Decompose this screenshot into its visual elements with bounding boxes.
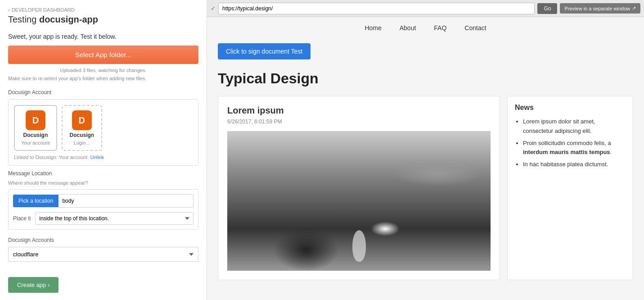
site-nav: Home About FAQ Contact bbox=[207, 17, 644, 39]
docusign-account-label: Docusign Account bbox=[8, 89, 198, 95]
select-folder-button[interactable]: Select App folder... bbox=[8, 45, 198, 64]
left-panel: ‹ DEVELOPER DASHBOARD Testing docusign-a… bbox=[0, 0, 207, 300]
message-location-sub: Where should the message appear? bbox=[8, 180, 198, 186]
account-icon-yours: D bbox=[26, 110, 45, 130]
nav-about[interactable]: About bbox=[400, 24, 416, 32]
docusign-accounts-select[interactable]: cloudflare docusign other bbox=[8, 247, 198, 262]
widget-title: News bbox=[515, 104, 626, 112]
location-row: Pick a location bbox=[13, 194, 194, 208]
nav-contact[interactable]: Contact bbox=[464, 24, 486, 32]
message-location-section: Message Location Where should the messag… bbox=[8, 170, 198, 230]
account-cards: D Docusign Your account D Docusign Login… bbox=[14, 105, 193, 151]
content-area: Lorem ipsum 6/26/2017, 6:01:59 PM News L… bbox=[218, 96, 633, 280]
ready-text: Sweet, your app is ready. Test it below. bbox=[8, 33, 198, 40]
breadcrumb-text: DEVELOPER DASHBOARD bbox=[12, 7, 75, 13]
account-icon-login: D bbox=[72, 110, 92, 130]
docusign-accounts-label: Docusign Accounts bbox=[8, 237, 198, 243]
nav-faq[interactable]: FAQ bbox=[434, 24, 446, 32]
page-title-normal: Testing bbox=[8, 14, 39, 24]
site-body: Click to sign document Test Typical Desi… bbox=[207, 39, 644, 291]
preview-button[interactable]: Preview in a separate window ↗ bbox=[560, 3, 640, 14]
sign-document-button[interactable]: Click to sign document Test bbox=[218, 43, 311, 59]
list-item: In hac habitasse platea dictumst. bbox=[523, 160, 626, 169]
linked-line: Linked to Docusign: Your account Unlink bbox=[14, 155, 193, 160]
preview-toolbar: ✓ Go Preview in a separate window ↗ bbox=[207, 0, 644, 17]
breadcrumb-arrow-icon: ‹ bbox=[8, 7, 10, 13]
account-name-yours: Docusign bbox=[23, 132, 48, 138]
place-it-row: Place it inside the top of this location… bbox=[13, 212, 194, 225]
widget-list: Lorem ipsum dolor sit amet, consectetur … bbox=[515, 117, 626, 169]
article-date: 6/26/2017, 6:01:59 PM bbox=[227, 118, 491, 125]
list-item: Proin sollicitudin commodo felis, a inte… bbox=[523, 139, 626, 158]
page-title-bold: docusign-app bbox=[39, 14, 98, 24]
location-input[interactable] bbox=[59, 194, 194, 208]
breadcrumb: ‹ DEVELOPER DASHBOARD bbox=[8, 7, 198, 13]
site-title: Typical Design bbox=[218, 70, 633, 87]
upload-status: Uploaded 3 files, watching for changes. bbox=[8, 68, 198, 73]
article-image bbox=[227, 131, 491, 271]
place-it-select[interactable]: inside the top of this location. inside … bbox=[35, 212, 194, 225]
create-app-button[interactable]: Create app › bbox=[8, 277, 59, 293]
url-input[interactable] bbox=[218, 3, 535, 14]
right-panel: ✓ Go Preview in a separate window ↗ Home… bbox=[207, 0, 644, 300]
unlink-link[interactable]: Unlink bbox=[90, 155, 104, 160]
account-box: D Docusign Your account D Docusign Login… bbox=[8, 99, 198, 166]
list-item: Lorem ipsum dolor sit amet, consectetur … bbox=[523, 117, 626, 136]
website-content: Home About FAQ Contact Click to sign doc… bbox=[207, 17, 644, 300]
article-title: Lorem ipsum bbox=[227, 105, 491, 116]
nav-home[interactable]: Home bbox=[365, 24, 381, 32]
page-title: Testing docusign-app bbox=[8, 14, 198, 25]
account-card-login[interactable]: D Docusign Login... bbox=[62, 105, 102, 151]
location-box: Pick a location Place it inside the top … bbox=[8, 189, 198, 230]
account-card-yours[interactable]: D Docusign Your account bbox=[14, 105, 57, 151]
place-it-label: Place it bbox=[13, 215, 31, 222]
main-article: Lorem ipsum 6/26/2017, 6:01:59 PM bbox=[218, 96, 500, 280]
url-check-icon: ✓ bbox=[211, 5, 216, 12]
account-sub-yours: Your account bbox=[21, 140, 50, 145]
preview-button-label: Preview in a separate window bbox=[564, 6, 630, 11]
account-sub-login: Login... bbox=[74, 140, 90, 145]
account-name-login: Docusign bbox=[69, 132, 94, 138]
pick-location-button[interactable]: Pick a location bbox=[13, 195, 59, 207]
linked-text: Linked to Docusign: Your account bbox=[14, 155, 87, 160]
docusign-accounts-section: Docusign Accounts cloudflare docusign ot… bbox=[8, 237, 198, 262]
go-button[interactable]: Go bbox=[537, 3, 557, 14]
sidebar-widget: News Lorem ipsum dolor sit amet, consect… bbox=[507, 96, 633, 280]
message-location-label: Message Location bbox=[8, 170, 198, 177]
re-select-note: Make sure to re-select your app's folder… bbox=[8, 76, 198, 81]
external-link-icon: ↗ bbox=[632, 5, 636, 11]
